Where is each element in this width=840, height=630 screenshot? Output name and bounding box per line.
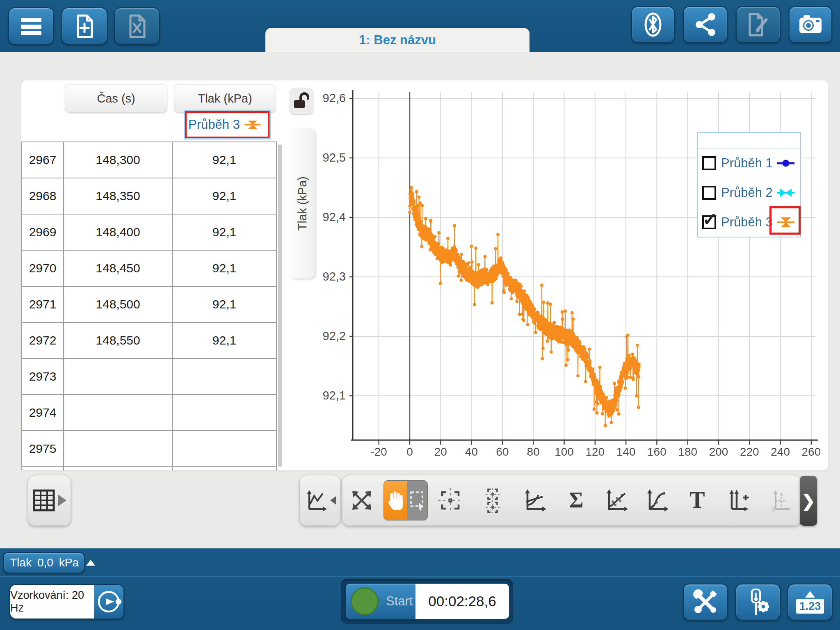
start-label: Start — [386, 594, 413, 609]
hand-icon — [386, 490, 404, 511]
sampling-control[interactable]: Vzorkování: 20 Hz — [9, 584, 124, 619]
row-number-cell: 2972 — [22, 323, 63, 358]
table-row[interactable]: 2974 — [22, 394, 276, 430]
svg-text:Σ: Σ — [569, 488, 583, 512]
new-experiment-button[interactable] — [62, 7, 107, 45]
row-number-cell: 2971 — [22, 287, 63, 322]
timer-display: 00:02:28,6 — [415, 583, 510, 620]
sensor-config-button[interactable] — [735, 584, 781, 621]
column-header-pressure[interactable]: Tlak (kPa) — [174, 84, 276, 113]
bluetooth-button[interactable] — [631, 6, 675, 43]
annotation-text-button[interactable]: T — [677, 489, 717, 512]
digits-display-button[interactable]: 1.23 — [788, 584, 833, 621]
coordinates-tool-button[interactable] — [430, 488, 471, 513]
pressure-cell — [172, 395, 276, 430]
pressure-cell — [172, 431, 276, 466]
experiment-tab-title: 1: Bez názvu — [359, 33, 436, 48]
x-tick-label: 100 — [555, 445, 574, 459]
row-number-cell: 2967 — [22, 142, 63, 178]
camera-icon — [798, 13, 823, 37]
pan-select-toggle[interactable] — [381, 480, 430, 520]
pressure-cell: 92,1 — [172, 215, 276, 250]
toolbar-expand-button[interactable]: ❯ — [800, 476, 817, 526]
linear-fit-button[interactable] — [596, 488, 637, 512]
sensor-readout-button[interactable]: Tlak 0,0 kPa — [3, 552, 84, 573]
x-tick-label: 140 — [616, 445, 636, 459]
start-button[interactable]: Start — [345, 583, 415, 620]
linear-fit-icon — [605, 488, 628, 512]
legend-checkbox-run2[interactable] — [702, 186, 716, 200]
y-tick-label: 92,2 — [308, 329, 346, 343]
sampling-mode-button[interactable] — [94, 585, 123, 619]
marquee-select-tool[interactable] — [407, 481, 427, 520]
table-row[interactable]: 2969148,40092,1 — [22, 214, 276, 250]
graph-type-button[interactable] — [299, 475, 340, 526]
scale-to-fit-button[interactable] — [342, 488, 381, 512]
annotate-button[interactable] — [736, 6, 781, 43]
time-cell — [63, 359, 172, 394]
legend-checkbox-run1[interactable] — [702, 156, 716, 170]
annotate-document-icon — [746, 11, 771, 38]
close-experiment-button[interactable] — [114, 7, 160, 45]
legend-run3-highlight — [769, 206, 801, 235]
experiment-tab[interactable]: 1: Bez názvu — [265, 28, 530, 52]
column-header-time[interactable]: Čas (s) — [65, 84, 167, 113]
chevron-right-icon: ❯ — [801, 491, 815, 510]
x-tick-label: 220 — [740, 445, 759, 459]
digits-arrow-icon — [805, 591, 815, 598]
svg-text:T: T — [689, 489, 705, 512]
table-row[interactable]: 2975 — [22, 430, 276, 466]
time-cell — [63, 431, 172, 466]
snapshot-button[interactable] — [789, 6, 832, 43]
legend-run-row: Průběh 1 — [698, 148, 800, 178]
table-row[interactable]: 2967148,30092,1 — [22, 142, 276, 178]
hamburger-icon — [18, 15, 44, 38]
row-number-cell: 2974 — [22, 395, 63, 430]
statistics-button[interactable]: Σ — [556, 488, 597, 512]
run-selector-chip[interactable]: Průběh 3 — [184, 110, 271, 139]
time-cell: 148,350 — [63, 178, 172, 214]
collapse-left-icon — [330, 496, 336, 504]
table-row[interactable]: 2970148,45092,1 — [22, 250, 276, 286]
x-tick-label: 80 — [527, 445, 540, 459]
timer-value: 00:02:28,6 — [428, 593, 496, 609]
add-axis-button[interactable] — [717, 488, 759, 512]
delta-tool-button[interactable] — [471, 488, 514, 513]
column-header-time-label: Čas (s) — [97, 92, 135, 105]
pan-tool-active[interactable] — [384, 481, 407, 520]
slope-tool-button[interactable] — [514, 488, 556, 512]
y-tick-label: 92,5 — [308, 151, 346, 164]
menu-button[interactable] — [8, 7, 54, 45]
expand-arrows-icon — [350, 488, 374, 512]
legend-checkbox-run3[interactable]: ✓ — [702, 215, 716, 229]
check-icon: ✓ — [703, 213, 718, 226]
share-button[interactable] — [683, 6, 728, 43]
crosshair-box-icon — [438, 488, 463, 513]
x-tick-label: 160 — [647, 445, 667, 459]
table-row[interactable]: 2972148,55092,1 — [22, 322, 276, 358]
table-row[interactable]: 2971148,50092,1 — [22, 286, 276, 322]
bottom-bar-divider — [0, 576, 840, 577]
x-tick-label: 40 — [465, 445, 478, 459]
x-tick-label: 120 — [585, 445, 605, 459]
table-row[interactable] — [22, 466, 276, 470]
table-scrollbar[interactable] — [278, 144, 282, 467]
curve-fit-icon — [645, 488, 669, 512]
x-tick-label: 0 — [406, 445, 413, 459]
pressure-cell: 92,1 — [172, 287, 276, 322]
column-header-pressure-label: Tlak (kPa) — [198, 92, 252, 105]
new-document-icon — [72, 13, 97, 39]
table-row[interactable]: 2973 — [22, 358, 276, 394]
marquee-icon — [409, 490, 425, 511]
legend-run-row: Průběh 2 — [698, 178, 800, 208]
y-tick-label: 92,3 — [308, 270, 346, 283]
table-tools-button[interactable] — [28, 475, 71, 526]
legend-run-label: Průběh 1 — [721, 156, 776, 171]
time-cell: 148,400 — [63, 215, 172, 250]
experiment-tools-button[interactable] — [683, 584, 728, 621]
table-row[interactable]: 2968148,35092,1 — [22, 178, 276, 214]
x-tick-label: 200 — [709, 445, 728, 459]
bluetooth-icon — [641, 11, 665, 38]
curve-fit-button[interactable] — [637, 488, 678, 512]
zero-axes-button-disabled[interactable]: 0 — [759, 488, 801, 512]
